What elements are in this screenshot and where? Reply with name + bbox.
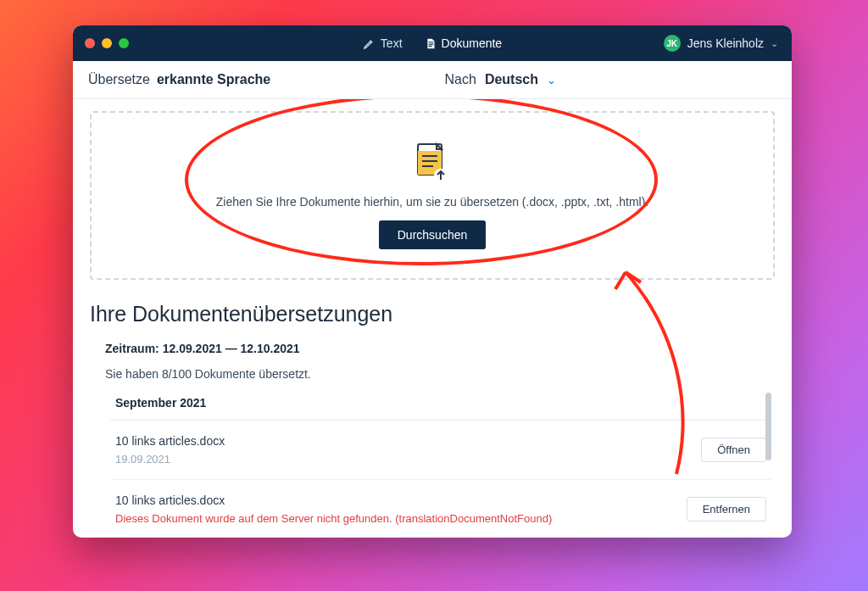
app-window: Text Dokumente JK Jens Kleinholz ⌄ Übers…	[73, 25, 792, 538]
error-message: Dieses Dokument wurde auf dem Server nic…	[115, 512, 552, 525]
upload-document-icon	[415, 142, 450, 183]
titlebar: Text Dokumente JK Jens Kleinholz ⌄	[73, 25, 792, 61]
pen-icon	[363, 37, 376, 50]
close-window-button[interactable]	[85, 38, 95, 48]
document-icon	[425, 37, 437, 50]
remove-button[interactable]: Entfernen	[687, 497, 766, 521]
period-label: Zeitraum: 12.09.2021 — 12.10.2021	[105, 342, 775, 355]
target-language: Deutsch	[485, 72, 538, 87]
tab-text[interactable]: Text	[363, 36, 403, 50]
target-language-picker[interactable]: Nach Deutsch ⌄	[445, 72, 556, 87]
file-name: 10 links articles.docx	[115, 434, 225, 448]
detected-language: erkannte Sprache	[157, 72, 270, 87]
file-date: 19.09.2021	[115, 453, 225, 466]
history-list: September 2021 10 links articles.docx 19…	[110, 391, 771, 538]
tab-documents[interactable]: Dokumente	[425, 36, 503, 50]
chevron-down-icon: ⌄	[771, 38, 778, 49]
language-bar: Übersetze erkannte Sprache Nach Deutsch …	[73, 61, 792, 99]
history-row: 10 links articles.docx 19.09.2021 Öffnen	[110, 421, 771, 480]
open-button[interactable]: Öffnen	[701, 438, 766, 462]
mode-tabs: Text Dokumente	[363, 36, 502, 50]
translate-label: Übersetze	[88, 72, 150, 87]
tab-documents-label: Dokumente	[442, 36, 503, 50]
content-area: Ziehen Sie Ihre Dokumente hierhin, um si…	[73, 99, 792, 538]
tab-text-label: Text	[381, 36, 403, 50]
browse-button[interactable]: Durchsuchen	[379, 220, 487, 249]
scrollbar-thumb[interactable]	[765, 393, 771, 460]
file-name: 10 links articles.docx	[115, 493, 552, 507]
month-header: September 2021	[110, 391, 771, 421]
history-row: 10 links articles.docx Dieses Dokument w…	[110, 480, 771, 538]
user-menu[interactable]: JK Jens Kleinholz ⌄	[664, 35, 778, 52]
maximize-window-button[interactable]	[119, 38, 129, 48]
minimize-window-button[interactable]	[102, 38, 112, 48]
translation-count: Sie haben 8/100 Dokumente übersetzt.	[105, 367, 775, 381]
window-controls	[85, 38, 129, 48]
to-label: Nach	[445, 72, 476, 87]
avatar: JK	[664, 35, 681, 52]
page-title: Ihre Dokumentenübersetzungen	[90, 302, 775, 326]
dropzone-hint: Ziehen Sie Ihre Dokumente hierhin, um si…	[216, 195, 648, 209]
user-name: Jens Kleinholz	[687, 36, 764, 50]
dropzone[interactable]: Ziehen Sie Ihre Dokumente hierhin, um si…	[90, 111, 775, 280]
source-language-picker[interactable]: Übersetze erkannte Sprache	[88, 72, 270, 87]
chevron-down-icon: ⌄	[547, 74, 556, 86]
